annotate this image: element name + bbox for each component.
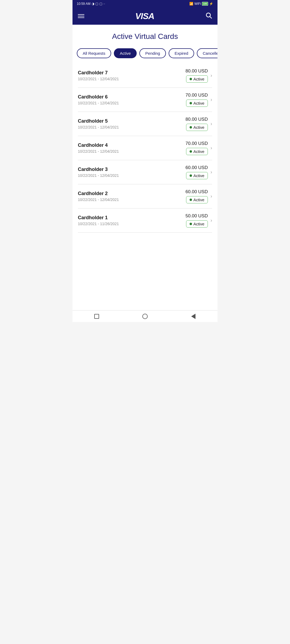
active-label: Active xyxy=(193,125,204,130)
card-right: 60.00 USD Active xyxy=(186,165,208,179)
card-date-range: 10/22/2021 - 12/04/2021 xyxy=(78,77,186,81)
card-amount: 80.00 USD xyxy=(186,68,208,74)
active-badge: Active xyxy=(186,196,208,203)
filter-tab-expired[interactable]: Expired xyxy=(169,48,194,58)
clock-icon: ◑ xyxy=(92,2,94,6)
card-amount: 70.00 USD xyxy=(186,141,208,146)
status-bar: 10:59 AM ◑ ▢ ▢ ·· 📶 WiFi 100 ⚡ xyxy=(73,0,218,8)
card-list-item[interactable]: Cardholder 1 10/22/2021 - 11/26/2021 50.… xyxy=(78,208,212,233)
card-list: Cardholder 7 10/22/2021 - 12/04/2021 80.… xyxy=(73,64,218,233)
card-holder-name: Cardholder 2 xyxy=(78,191,186,196)
card-holder-name: Cardholder 4 xyxy=(78,142,186,148)
active-dot-icon xyxy=(190,78,192,80)
status-time: 10:59 AM xyxy=(77,2,90,6)
filter-tab-cancelled[interactable]: Cancelled xyxy=(197,48,218,58)
card-date-range: 10/22/2021 - 12/04/2021 xyxy=(78,125,186,129)
active-dot-icon xyxy=(190,126,192,129)
active-badge: Active xyxy=(186,124,208,131)
card-amount: 60.00 USD xyxy=(186,189,208,195)
chevron-right-icon: › xyxy=(211,169,212,175)
card-holder-name: Cardholder 6 xyxy=(78,94,186,100)
card-info: Cardholder 3 10/22/2021 - 12/04/2021 xyxy=(78,167,186,178)
app-icon-2: ▢ xyxy=(99,2,102,6)
card-holder-name: Cardholder 3 xyxy=(78,167,186,172)
card-info: Cardholder 5 10/22/2021 - 12/04/2021 xyxy=(78,118,186,129)
chevron-right-icon: › xyxy=(211,218,212,223)
card-holder-name: Cardholder 7 xyxy=(78,70,186,76)
card-date-range: 10/22/2021 - 11/26/2021 xyxy=(78,222,186,226)
status-right: 📶 WiFi 100 ⚡ xyxy=(189,2,213,6)
card-list-item[interactable]: Cardholder 6 10/22/2021 - 12/04/2021 70.… xyxy=(78,88,212,112)
card-list-item[interactable]: Cardholder 5 10/22/2021 - 12/04/2021 80.… xyxy=(78,112,212,136)
app-header: VISA xyxy=(73,8,218,25)
card-holder-name: Cardholder 1 xyxy=(78,215,186,221)
main-content: Active Virtual Cards All RequestsActiveP… xyxy=(73,25,218,310)
card-list-item[interactable]: Cardholder 3 10/22/2021 - 12/04/2021 60.… xyxy=(78,160,212,184)
active-dot-icon xyxy=(190,174,192,177)
card-right: 80.00 USD Active xyxy=(186,117,208,131)
active-dot-icon xyxy=(190,102,192,104)
page-title: Active Virtual Cards xyxy=(73,25,218,46)
chevron-right-icon: › xyxy=(211,145,212,151)
card-amount: 50.00 USD xyxy=(186,213,208,219)
card-list-item[interactable]: Cardholder 4 10/22/2021 - 12/04/2021 70.… xyxy=(78,136,212,160)
active-label: Active xyxy=(193,101,204,105)
filter-tab-all-requests[interactable]: All Requests xyxy=(77,48,111,58)
card-amount: 70.00 USD xyxy=(186,93,208,98)
filter-tab-bar: All RequestsActivePendingExpiredCancelle… xyxy=(73,46,218,64)
active-label: Active xyxy=(193,173,204,178)
home-button[interactable] xyxy=(142,313,148,320)
active-dot-icon xyxy=(190,199,192,201)
triangle-icon xyxy=(191,314,195,319)
filter-tab-pending[interactable]: Pending xyxy=(139,48,166,58)
card-holder-name: Cardholder 5 xyxy=(78,118,186,124)
visa-logo: VISA xyxy=(135,11,154,21)
card-amount: 80.00 USD xyxy=(186,117,208,122)
card-list-item[interactable]: Cardholder 2 10/22/2021 - 12/04/2021 60.… xyxy=(78,184,212,208)
recent-button[interactable] xyxy=(190,313,197,320)
card-date-range: 10/22/2021 - 12/04/2021 xyxy=(78,197,186,202)
card-info: Cardholder 1 10/22/2021 - 11/26/2021 xyxy=(78,215,186,226)
card-info: Cardholder 4 10/22/2021 - 12/04/2021 xyxy=(78,142,186,153)
card-list-item[interactable]: Cardholder 7 10/22/2021 - 12/04/2021 80.… xyxy=(78,64,212,88)
chevron-right-icon: › xyxy=(211,73,212,78)
active-badge: Active xyxy=(186,148,208,155)
menu-button[interactable] xyxy=(78,14,84,18)
card-amount: 60.00 USD xyxy=(186,165,208,170)
dots-icon: ·· xyxy=(103,2,105,6)
chevron-right-icon: › xyxy=(211,193,212,199)
card-right: 50.00 USD Active xyxy=(186,213,208,228)
active-badge: Active xyxy=(186,220,208,228)
active-label: Active xyxy=(193,222,204,226)
active-dot-icon xyxy=(190,223,192,225)
battery-indicator: 100 xyxy=(202,2,208,6)
wifi-icon: WiFi xyxy=(194,2,201,6)
filter-tab-active[interactable]: Active xyxy=(114,48,137,58)
active-label: Active xyxy=(193,197,204,202)
back-button[interactable] xyxy=(93,313,100,320)
charging-icon: ⚡ xyxy=(209,2,213,6)
card-right: 70.00 USD Active xyxy=(186,93,208,107)
search-button[interactable] xyxy=(205,12,212,20)
active-badge: Active xyxy=(186,75,208,83)
svg-line-1 xyxy=(210,17,212,18)
signal-icon: 📶 xyxy=(189,2,193,6)
card-right: 60.00 USD Active xyxy=(186,189,208,203)
card-right: 80.00 USD Active xyxy=(186,68,208,83)
active-badge: Active xyxy=(186,172,208,179)
card-info: Cardholder 6 10/22/2021 - 12/04/2021 xyxy=(78,94,186,105)
card-right: 70.00 USD Active xyxy=(186,141,208,155)
active-label: Active xyxy=(193,77,204,81)
status-left: 10:59 AM ◑ ▢ ▢ ·· xyxy=(77,2,105,6)
card-date-range: 10/22/2021 - 12/04/2021 xyxy=(78,149,186,153)
app-icon-1: ▢ xyxy=(95,2,98,6)
card-info: Cardholder 7 10/22/2021 - 12/04/2021 xyxy=(78,70,186,81)
card-date-range: 10/22/2021 - 12/04/2021 xyxy=(78,101,186,105)
chevron-right-icon: › xyxy=(211,97,212,103)
square-icon xyxy=(94,314,99,319)
active-badge: Active xyxy=(186,100,208,107)
chevron-right-icon: › xyxy=(211,121,212,127)
active-label: Active xyxy=(193,149,204,154)
circle-icon xyxy=(142,314,148,319)
card-date-range: 10/22/2021 - 12/04/2021 xyxy=(78,173,186,178)
